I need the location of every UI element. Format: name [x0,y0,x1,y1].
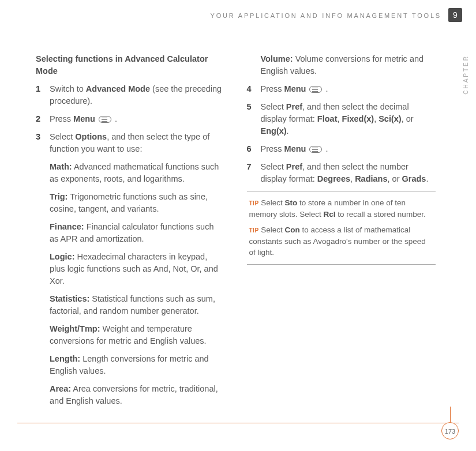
text: Switch to [50,84,86,93]
def-finance: Finance: Financial calculator functions … [50,221,225,245]
def-area: Area: Area conversions for metric, tradi… [50,383,225,407]
def-text: Area conversions for metric, traditional… [50,384,218,405]
def-volume: Volume: Volume conversions for metric an… [261,53,436,77]
bold: Rcl [324,210,336,219]
bold: Sto [285,198,298,207]
text: Press [261,84,284,93]
menu-icon [99,116,111,123]
footer-rule [17,423,459,423]
bold: Sci(x) [378,114,402,123]
def-math: Math: Advanced mathematical functions su… [50,161,225,185]
text: Select [259,198,285,207]
step-number: 7 [247,161,261,185]
step-number: 2 [36,113,50,125]
text: Press [261,144,284,153]
section-title: Selecting functions in Advanced Calculat… [36,53,225,77]
text: . [323,84,328,93]
text: , [374,114,378,123]
menu-icon [309,86,322,93]
text: Select [259,226,285,234]
def-label: Area: [50,384,71,393]
def-logic: Logic: Hexadecimal characters in keypad,… [50,251,225,287]
def-text: Trigonometric functions such as sine, co… [50,192,208,213]
text: . [113,114,117,123]
step-body: Press Menu . [261,83,436,95]
step-body: Select Options, and then select the type… [50,131,225,155]
step-6: 6 Press Menu . [247,143,436,155]
bold: Pref [286,102,302,111]
def-trig: Trig: Trigonometric functions such as si… [50,191,225,215]
bold: Grads [402,174,426,183]
def-text: Advanced mathematical functions such as … [50,162,219,183]
def-label: Trig: [50,192,68,201]
text: Select [261,162,286,171]
def-label: Volume: [261,54,293,63]
step-body: Press Menu . [261,143,436,155]
def-statistics: Statistics: Statistical functions such a… [50,293,225,317]
step-5: 5 Select Pref, and then select the decim… [247,101,436,137]
text: Press [50,114,73,123]
step-body: Select Pref, and then select the decimal… [261,101,436,137]
text: , or [402,114,414,123]
page-number: 173 [441,422,459,439]
step-number: 1 [36,83,50,107]
step-2: 2 Press Menu . [36,113,225,125]
text: , or [388,174,402,183]
text: , [350,174,355,183]
step-body: Press Menu . [50,113,225,125]
step-7: 7 Select Pref, and then select the numbe… [247,161,436,185]
menu-icon [309,146,322,153]
def-text: Hexadecimal characters in keypad, plus l… [50,252,218,285]
bold: Radians [355,174,387,183]
step-1: 1 Switch to Advanced Mode (see the prece… [36,83,225,107]
tip-label: TIP [249,227,259,234]
chapter-label-vertical: CHAPTER [462,55,471,95]
def-label: Weight/Tmp: [50,324,100,333]
def-label: Length: [50,354,80,363]
def-label: Statistics: [50,294,89,303]
text: Select [50,132,75,141]
bold: Fixed(x) [342,114,374,123]
def-label: Finance: [50,222,84,231]
bold: Options [75,132,107,141]
step-body: Switch to Advanced Mode (see the precedi… [50,83,225,107]
tip-1: TIP Select Sto to store a number in one … [249,197,434,220]
bold: Degrees [317,174,350,183]
text: Select [261,102,286,111]
step-number: 5 [247,101,261,137]
text: . [287,126,289,136]
bold: Menu [284,144,306,153]
text: . [323,144,328,153]
step-number: 4 [247,83,261,95]
bold: Pref [286,162,302,171]
bold: Float [317,114,338,123]
tip-2: TIP Select Con to access a list of mathe… [249,224,434,258]
tip-box: TIP Select Sto to store a number in one … [247,191,436,265]
step-4: 4 Press Menu . [247,83,436,95]
def-length: Length: Length conversions for metric an… [50,353,225,377]
running-head: YOUR APPLICATION AND INFO MANAGEMENT TOO… [0,12,476,21]
bold: Menu [284,84,306,93]
step-number: 6 [247,143,261,155]
def-label: Logic: [50,252,75,261]
text: to recall a stored number. [336,210,426,219]
text: , [337,114,342,123]
step-3: 3 Select Options, and then select the ty… [36,131,225,155]
def-weight: Weight/Tmp: Weight and temperature conve… [50,323,225,347]
bold: Advanced Mode [86,84,150,93]
step-body: Select Pref, and then select the number … [261,161,436,185]
tip-label: TIP [249,200,259,206]
chapter-number-badge: 9 [448,8,462,22]
page-content: Selecting functions in Advanced Calculat… [36,53,436,411]
bold: Eng(x) [261,126,287,136]
bold: Con [285,226,300,234]
bold: Menu [73,114,95,123]
step-number: 3 [36,131,50,155]
def-label: Math: [50,162,72,171]
text: . [426,174,428,183]
